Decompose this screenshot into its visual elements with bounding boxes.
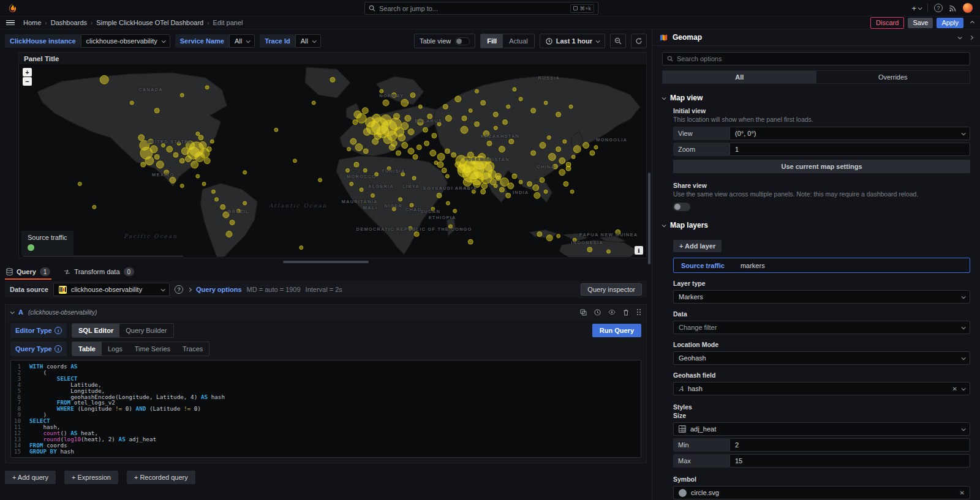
query-inspector-button[interactable]: Query inspector [581, 283, 642, 296]
zoom-out-icon [614, 37, 622, 45]
breadcrumb-dashboards[interactable]: Dashboards [51, 19, 87, 26]
clickhouse-instance-variable[interactable]: ClickHouse instance clickhouse-observabi… [5, 34, 170, 48]
clickhouse-instance-value[interactable]: clickhouse-observability [86, 37, 157, 45]
add-menu-button[interactable]: + [911, 4, 921, 13]
map-zoom-out-button[interactable]: − [23, 77, 32, 86]
collapse-pane-icon[interactable] [969, 35, 973, 39]
edit-area: ClickHouse instance clickhouse-observabi… [0, 29, 652, 500]
tab-all[interactable]: All [663, 71, 816, 83]
section-collapse-icon[interactable] [662, 223, 666, 227]
clear-icon[interactable]: ✕ [960, 490, 965, 496]
clear-icon[interactable]: ✕ [952, 386, 957, 392]
sql-editor-tab[interactable]: SQL Editor [72, 324, 119, 337]
query-type-traces[interactable]: Traces [176, 342, 209, 356]
query-options-link[interactable]: Query options [196, 286, 242, 293]
tab-query[interactable]: Query 1 [5, 264, 51, 280]
trace-id-value[interactable]: All [301, 37, 308, 45]
help-icon[interactable]: i [55, 345, 62, 353]
map-view-header[interactable]: Map view [662, 94, 970, 102]
datasource-help-icon[interactable]: ? [175, 285, 183, 294]
grafana-logo[interactable] [7, 3, 18, 13]
query-count-badge: 1 [40, 267, 51, 276]
query-type-logs[interactable]: Logs [102, 342, 129, 356]
table-view-toggle[interactable]: Table view [414, 34, 475, 48]
tab-transform-data[interactable]: Transform data 0 [62, 264, 135, 280]
max-input[interactable]: 15 [729, 454, 970, 468]
options-search[interactable]: Search options [662, 52, 970, 65]
query-history-icon[interactable] [594, 309, 601, 316]
service-name-value[interactable]: All [235, 37, 242, 45]
map-zoom-in-button[interactable]: + [23, 68, 32, 76]
visualization-picker[interactable]: Geomap [652, 29, 980, 46]
zoom-input[interactable]: 1 [729, 143, 970, 156]
query-header[interactable]: A (clickhouse-observability) [6, 305, 646, 319]
fill-option[interactable]: Fill [481, 34, 503, 48]
add-layer-button[interactable]: + Add layer [673, 240, 722, 252]
collapse-options-icon[interactable] [970, 20, 974, 24]
map-info-button[interactable]: i [635, 246, 643, 255]
zoom-out-time-button[interactable] [610, 34, 626, 48]
min-label: Min [673, 438, 729, 452]
news-icon[interactable] [949, 4, 957, 12]
apply-button[interactable]: Apply [937, 18, 963, 28]
query-builder-tab[interactable]: Query Builder [119, 324, 173, 337]
layer-type-select[interactable]: Markers [673, 290, 970, 304]
save-button[interactable]: Save [908, 18, 933, 28]
menu-toggle-icon[interactable] [6, 20, 15, 26]
geohash-field-select[interactable]: A hash ✕ [673, 382, 970, 395]
delete-query-icon[interactable] [623, 309, 629, 316]
breadcrumb-sep: › [207, 20, 209, 26]
discard-button[interactable]: Discard [870, 17, 904, 29]
horizontal-scrollbar[interactable] [283, 261, 369, 263]
map-layers-header[interactable]: Map layers [662, 221, 970, 229]
global-search[interactable]: Search or jump to... ⌘+k [364, 2, 598, 15]
query-type-time-series[interactable]: Time Series [129, 342, 176, 356]
refresh-button[interactable] [631, 34, 647, 48]
help-icon[interactable]: i [55, 327, 62, 334]
user-avatar[interactable] [963, 3, 973, 13]
location-mode-label: Location Mode [673, 341, 970, 348]
actual-option[interactable]: Actual [503, 34, 534, 48]
panel-title[interactable]: Panel Title [19, 53, 646, 64]
tab-overrides[interactable]: Overrides [816, 71, 970, 83]
query-options-expand-icon[interactable] [187, 287, 192, 291]
hide-query-icon[interactable] [608, 309, 616, 315]
view-select[interactable]: (0°, 0°) [729, 127, 970, 140]
drag-handle-icon[interactable] [636, 308, 641, 316]
breadcrumb-dashboard-name[interactable]: Simple ClickHouse OTel Dashboard [96, 19, 203, 26]
search-icon [667, 56, 673, 62]
datasource-picker[interactable]: clickhouse-observability [53, 283, 170, 296]
world-map[interactable]: RUSSIACANADAUNITED STATESMEXICOBRAZILNOR… [19, 64, 646, 258]
data-filter-select[interactable]: Change filter [673, 321, 970, 334]
initial-view-label: Initial view [673, 107, 970, 114]
share-view-toggle[interactable] [673, 203, 690, 211]
use-current-map-settings-button[interactable]: Use current map settings [673, 160, 970, 173]
vertical-scrollbar[interactable] [648, 173, 650, 264]
duplicate-query-icon[interactable] [580, 309, 587, 316]
breadcrumb-home[interactable]: Home [23, 19, 41, 26]
symbol-select[interactable]: circle.svg ✕ [673, 486, 970, 499]
database-icon [6, 268, 13, 275]
table-view-switch[interactable] [455, 37, 470, 45]
clickhouse-icon [59, 286, 67, 294]
map-canvas [19, 64, 646, 257]
section-collapse-icon[interactable] [662, 95, 666, 100]
query-collapse-icon[interactable] [10, 310, 15, 314]
help-icon[interactable]: ? [934, 4, 943, 12]
expression-button[interactable]: + Expression [64, 471, 118, 484]
sql-code-editor[interactable]: 1WITH coords AS2 (3 SELECT4 Latitude,5 L… [10, 360, 641, 458]
query-type-table[interactable]: Table [72, 342, 102, 356]
run-query-button[interactable]: Run Query [592, 324, 641, 337]
service-name-variable[interactable]: Service Name All [175, 34, 255, 48]
viz-dropdown-icon[interactable] [958, 35, 962, 39]
min-input[interactable]: 2 [729, 438, 970, 452]
add-query-button[interactable]: + Add query [5, 471, 56, 484]
time-range-picker[interactable]: Last 1 hour [540, 34, 605, 48]
size-field-select[interactable]: adj_heat [673, 422, 970, 436]
layer-row-source-traffic[interactable]: Source traffic markers [673, 258, 970, 273]
location-mode-select[interactable]: Geohash [673, 351, 970, 365]
size-label: Size [673, 412, 970, 419]
layer-type-label: Layer type [673, 280, 970, 287]
trace-id-variable[interactable]: Trace Id All [260, 34, 321, 48]
recorded-query-button[interactable]: + Recorded query [127, 471, 195, 484]
